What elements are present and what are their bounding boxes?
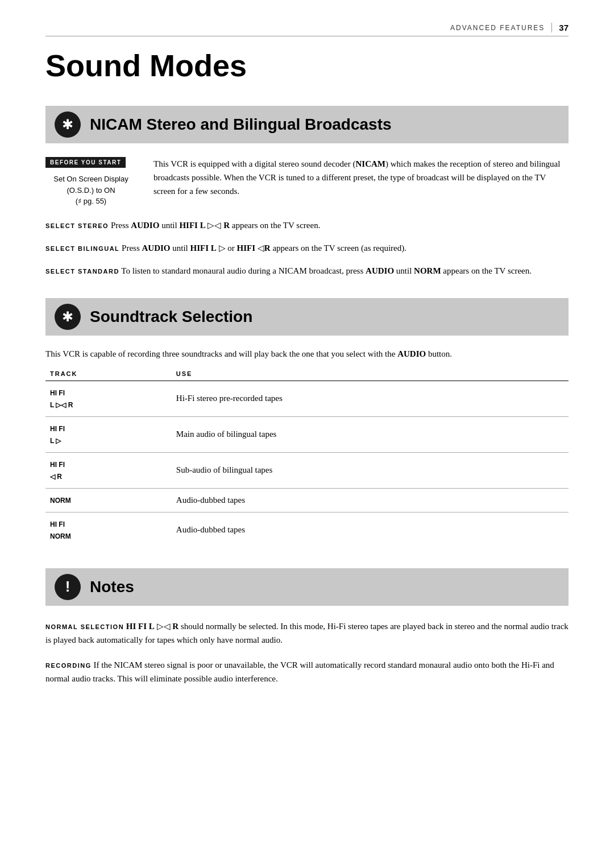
- instruction-stereo-text: Press AUDIO until HIFI L ▷◁ R appears on…: [111, 221, 320, 230]
- recording-label: RECORDING: [45, 662, 92, 669]
- table-row: HI FI◁ R Sub-audio of bilingual tapes: [45, 452, 569, 488]
- instruction-bilingual-label: SELECT BILINGUAL: [45, 245, 119, 252]
- section1-star-icon: ✱: [55, 111, 81, 138]
- notes-para-2: RECORDING If the NICAM stereo signal is …: [45, 658, 569, 685]
- section2-star-icon: ✱: [55, 304, 81, 330]
- track-use-4: Audio-dubbed tapes: [172, 488, 569, 512]
- table-row: NORM Audio-dubbed tapes: [45, 488, 569, 512]
- track-name-4: NORM: [45, 488, 172, 512]
- section3-band: ! Notes: [45, 568, 569, 606]
- section1-intro: This VCR is equipped with a digital ster…: [154, 157, 569, 207]
- instruction-select-standard: SELECT STANDARD To listen to standard mo…: [45, 264, 569, 278]
- track-use-5: Audio-dubbed tapes: [172, 512, 569, 548]
- section2-intro: This VCR is capable of recording three s…: [45, 349, 569, 359]
- normal-selection-label: NORMAL SELECTION: [45, 623, 124, 630]
- track-name-1: HI FIL ▷◁ R: [45, 381, 172, 416]
- section1-title: NICAM Stereo and Bilingual Broadcasts: [90, 115, 392, 134]
- section2-content: This VCR is capable of recording three s…: [45, 349, 569, 548]
- before-you-start-sidebar: BEFORE YOU START Set On Screen Display (…: [45, 157, 136, 207]
- section1-intro-text: This VCR is equipped with a digital ster…: [154, 157, 569, 198]
- track-name-5: HI FINORM: [45, 512, 172, 548]
- track-use-2: Main audio of bilingual tapes: [172, 416, 569, 452]
- col-track-header: TRACK: [45, 368, 172, 381]
- page-container: ADVANCED FEATURES 37 Sound Modes ✱ NICAM…: [0, 0, 614, 868]
- section1-band: ✱ NICAM Stereo and Bilingual Broadcasts: [45, 106, 569, 143]
- col-use-header: USE: [172, 368, 569, 381]
- track-name-3: HI FI◁ R: [45, 452, 172, 488]
- section3-content: NORMAL SELECTION HI FI L ▷◁ R should nor…: [45, 619, 569, 685]
- instruction-bilingual-text: Press AUDIO until HIFI L ▷ or HIFI ◁R ap…: [122, 243, 406, 253]
- bys-note: Set On Screen Display (O.S.D.) to ON(♯ p…: [45, 173, 136, 207]
- normal-selection-text: HI FI L ▷◁ R should normally be selected…: [45, 622, 569, 644]
- before-you-start-layout: BEFORE YOU START Set On Screen Display (…: [45, 157, 569, 207]
- instruction-select-stereo: SELECT STEREO Press AUDIO until HIFI L ▷…: [45, 218, 569, 232]
- track-use-3: Sub-audio of bilingual tapes: [172, 452, 569, 488]
- section3-exclaim-icon: !: [55, 574, 81, 600]
- table-row: HI FIL ▷ Main audio of bilingual tapes: [45, 416, 569, 452]
- header-page-number: 37: [551, 23, 569, 32]
- section2-band: ✱ Soundtrack Selection: [45, 298, 569, 336]
- page-header: ADVANCED FEATURES 37: [45, 23, 569, 36]
- recording-text: If the NICAM stereo signal is poor or un…: [45, 660, 554, 683]
- instruction-stereo-label: SELECT STEREO: [45, 222, 109, 229]
- section3-title: Notes: [90, 578, 134, 596]
- section2-title: Soundtrack Selection: [90, 308, 252, 326]
- track-use-1: Hi-Fi stereo pre-recorded tapes: [172, 381, 569, 416]
- bys-label: BEFORE YOU START: [45, 157, 126, 168]
- instruction-standard-text: To listen to standard monaural audio dur…: [121, 266, 532, 275]
- track-table: TRACK USE HI FIL ▷◁ R Hi-Fi stereo pre-r…: [45, 368, 569, 548]
- track-name-2: HI FIL ▷: [45, 416, 172, 452]
- table-row: HI FIL ▷◁ R Hi-Fi stereo pre-recorded ta…: [45, 381, 569, 416]
- page-title: Sound Modes: [45, 48, 569, 83]
- section1-content: BEFORE YOU START Set On Screen Display (…: [45, 157, 569, 278]
- header-section-label: ADVANCED FEATURES: [450, 24, 545, 32]
- notes-para-1: NORMAL SELECTION HI FI L ▷◁ R should nor…: [45, 619, 569, 647]
- table-row: HI FINORM Audio-dubbed tapes: [45, 512, 569, 548]
- instruction-select-bilingual: SELECT BILINGUAL Press AUDIO until HIFI …: [45, 241, 569, 255]
- table-header-row: TRACK USE: [45, 368, 569, 381]
- instruction-standard-label: SELECT STANDARD: [45, 268, 119, 275]
